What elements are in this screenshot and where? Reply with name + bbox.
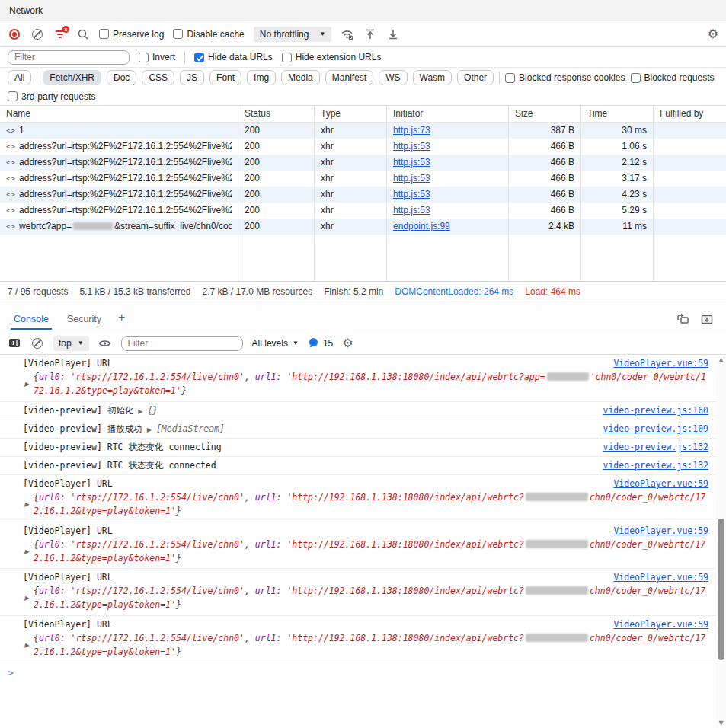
initiator-link[interactable]: http.js:53 [393,189,430,200]
disable-cache-checkbox-box[interactable] [173,29,183,39]
clear-network-log-icon[interactable] [30,27,44,41]
preserve-log-checkbox[interactable]: Preserve log [99,29,164,40]
column-header-time[interactable]: Time [581,106,654,122]
console-message[interactable]: [video-preview] 播放成功 ▶ [MediaStream] vid… [0,420,716,439]
chip-fetch-xhr[interactable]: Fetch/XHR [43,70,101,85]
throttling-select[interactable]: No throttling ▼ [254,27,332,42]
expand-triangle-icon[interactable]: ▶ [24,547,29,556]
invert-checkbox[interactable]: Invert [139,52,175,62]
source-link[interactable]: video-preview.js:160 [603,405,708,416]
console-sidebar-icon[interactable] [8,337,21,350]
third-party-requests-checkbox-box[interactable] [8,91,18,101]
console-message[interactable]: [video-preview] RTC 状态变化 connecting vide… [0,439,716,457]
source-link[interactable]: VideoPlayer.vue:59 [613,619,708,630]
network-settings-gear-icon[interactable]: ⚙ [708,28,718,40]
column-header-name[interactable]: Name [0,106,238,122]
scrollbar-thumb[interactable] [718,519,724,660]
source-link[interactable]: VideoPlayer.vue:59 [613,525,708,536]
console-message[interactable]: [video-preview] RTC 状态变化 connected video… [0,457,716,475]
hide-extension-urls-checkbox-box[interactable] [282,53,292,62]
chip-wasm[interactable]: Wasm [413,70,453,85]
import-har-icon[interactable] [386,27,400,41]
column-header-size[interactable]: Size [509,106,581,122]
expand-triangle-icon[interactable]: ▶ [24,500,29,509]
disable-cache-checkbox[interactable]: Disable cache [173,29,244,40]
blocked-requests-checkbox[interactable]: Blocked requests [631,72,715,83]
add-drawer-tab-button[interactable]: + [110,306,133,332]
scroll-down-icon[interactable]: ▼ [716,720,726,726]
blocked-response-cookies-checkbox-box[interactable] [505,73,515,83]
initiator-link[interactable]: http.js:73 [393,125,430,136]
chip-doc[interactable]: Doc [107,70,136,85]
invert-checkbox-box[interactable] [139,53,149,62]
source-link[interactable]: VideoPlayer.vue:59 [613,358,708,369]
search-icon[interactable] [76,27,90,41]
initiator-link[interactable]: http.js:53 [393,157,430,168]
table-row[interactable]: <>1 200 xhr http.js:73 387 B 30 ms [0,123,726,139]
column-header-fulfilled-by[interactable]: Fulfilled by [654,106,726,122]
expand-triangle-icon[interactable]: ▶ [24,380,29,389]
table-row[interactable]: <>address?url=rtsp:%2F%2F172.16.1.2:554%… [0,155,726,171]
expand-triangle-icon[interactable]: ▶ [138,408,142,415]
blocked-response-cookies-checkbox[interactable]: Blocked response cookies [505,72,625,83]
console-filter-input[interactable] [121,336,243,351]
hide-data-urls-checkbox[interactable]: Hide data URLs [194,52,273,62]
network-filter-input[interactable] [8,50,130,65]
column-header-status[interactable]: Status [238,106,315,122]
console-message[interactable]: [VideoPlayer] URL VideoPlayer.vue:59 ▶ {… [0,475,716,522]
column-header-initiator[interactable]: Initiator [387,106,509,122]
initiator-link[interactable]: endpoint.js:99 [393,221,450,231]
table-row[interactable]: <>address?url=rtsp:%2F%2F172.16.1.2:554%… [0,139,726,155]
tab-console[interactable]: Console [5,307,58,332]
table-row[interactable]: <>address?url=rtsp:%2F%2F172.16.1.2:554%… [0,203,726,219]
chip-font[interactable]: Font [209,70,241,85]
chip-ws[interactable]: WS [379,70,407,85]
chip-js[interactable]: JS [180,70,204,85]
column-header-type[interactable]: Type [315,106,387,122]
blocked-requests-checkbox-box[interactable] [631,73,641,83]
export-har-icon[interactable] [363,27,377,41]
undock-drawer-icon[interactable] [676,312,689,326]
initiator-link[interactable]: http.js:53 [393,205,430,216]
expand-triangle-icon[interactable]: ▶ [147,426,152,433]
source-link[interactable]: VideoPlayer.vue:59 [613,572,708,583]
preserve-log-checkbox-box[interactable] [99,29,109,39]
console-settings-gear-icon[interactable]: ⚙ [342,337,353,350]
expand-triangle-icon[interactable]: ▶ [24,594,29,603]
live-expression-eye-icon[interactable] [98,337,112,350]
console-scrollbar[interactable]: ▲ ▼ [716,355,726,728]
console-message[interactable]: [VideoPlayer] URL VideoPlayer.vue:59 ▶ {… [0,355,716,402]
chip-all[interactable]: All [8,70,31,85]
source-link[interactable]: VideoPlayer.vue:59 [613,478,708,489]
chip-media[interactable]: Media [281,70,320,85]
table-row[interactable]: <>address?url=rtsp:%2F%2F172.16.1.2:554%… [0,187,726,203]
chip-manifest[interactable]: Manifest [325,70,373,85]
expand-triangle-icon[interactable]: ▶ [24,641,29,650]
source-link[interactable]: video-preview.js:132 [603,460,708,471]
hide-data-urls-checkbox-box[interactable] [194,53,204,62]
network-conditions-icon[interactable] [341,27,354,41]
tab-security[interactable]: Security [58,307,110,332]
third-party-requests-checkbox[interactable]: 3rd-party requests [8,91,95,102]
source-link[interactable]: video-preview.js:109 [603,423,708,434]
table-row[interactable]: <>address?url=rtsp:%2F%2F172.16.1.2:554%… [0,171,726,187]
hide-drawer-icon[interactable] [700,312,714,326]
log-levels-select[interactable]: All levels ▼ [252,338,299,349]
clear-console-icon[interactable] [30,337,44,350]
source-link[interactable]: video-preview.js:132 [603,442,708,452]
console-prompt[interactable]: > [0,663,716,682]
chip-other[interactable]: Other [457,70,494,85]
console-message[interactable]: [video-preview] 初始化 ▶ {} video-preview.j… [0,402,716,420]
console-message[interactable]: [VideoPlayer] URL VideoPlayer.vue:59 ▶ {… [0,616,716,663]
chip-img[interactable]: Img [247,70,276,85]
scroll-up-icon[interactable]: ▲ [716,356,726,363]
hide-extension-urls-checkbox[interactable]: Hide extension URLs [282,52,382,62]
chip-css[interactable]: CSS [142,70,174,85]
console-message[interactable]: [VideoPlayer] URL VideoPlayer.vue:59 ▶ {… [0,569,716,616]
initiator-link[interactable]: http.js:53 [393,173,430,184]
filter-toggle-icon[interactable]: x [53,27,67,41]
table-row[interactable]: <> webrtc?app=&stream=suffix_live/chn0/c… [0,219,726,235]
console-message[interactable]: [VideoPlayer] URL VideoPlayer.vue:59 ▶ {… [0,522,716,570]
console-message-count[interactable]: 15 [308,337,333,349]
javascript-context-select[interactable]: top ▼ [53,336,89,351]
